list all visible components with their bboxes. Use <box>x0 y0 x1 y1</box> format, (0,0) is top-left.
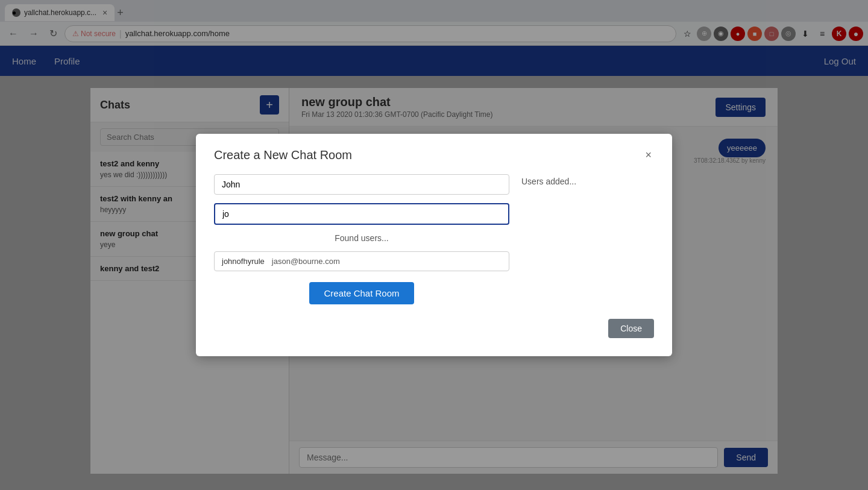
user-search-input[interactable] <box>214 203 509 225</box>
user-result-item[interactable]: johnofhyrule jason@bourne.com <box>214 251 509 271</box>
room-name-input[interactable] <box>214 174 509 195</box>
modal-right: Users added... <box>521 174 654 304</box>
modal-close-button[interactable]: × <box>643 149 654 162</box>
user-result-email: jason@bourne.com <box>272 257 340 266</box>
modal-left: Found users... johnofhyrule jason@bourne… <box>214 174 509 304</box>
modal-header: Create a New Chat Room × <box>214 148 654 162</box>
modal-footer: Close <box>214 319 654 338</box>
found-users-label: Found users... <box>214 233 509 243</box>
modal-close-footer-button[interactable]: Close <box>608 319 654 338</box>
create-chat-room-button[interactable]: Create Chat Room <box>309 282 414 304</box>
create-chat-modal: Create a New Chat Room × Found users... … <box>196 134 672 356</box>
modal-body: Found users... johnofhyrule jason@bourne… <box>214 174 654 304</box>
modal-title: Create a New Chat Room <box>214 148 352 162</box>
users-added-label: Users added... <box>521 177 576 186</box>
modal-overlay: Create a New Chat Room × Found users... … <box>0 0 868 490</box>
user-result-name: johnofhyrule <box>222 257 265 266</box>
